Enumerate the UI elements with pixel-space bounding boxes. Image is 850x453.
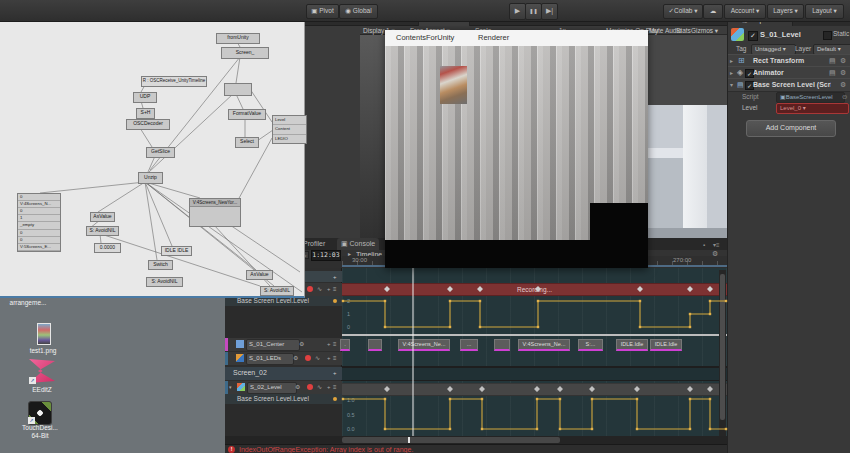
node[interactable]: Unzip (138, 172, 163, 184)
track-row-s02-level[interactable]: ▾ S_02_Level ⚙ ∿ + ≡ (225, 381, 342, 394)
timeline-clip[interactable]: IDLE.Idle (650, 339, 682, 351)
node-editor-window[interactable]: fromUnityScreen_FormatValueSelectLevelCo… (0, 22, 305, 298)
node[interactable] (224, 83, 252, 96)
node[interactable]: LevelContentLEDIO (272, 115, 307, 144)
script-object-field[interactable]: ▣BaseScreenLevel (776, 92, 845, 103)
curves-icon[interactable]: ∿ (317, 381, 322, 393)
play-button[interactable]: ▶ (509, 3, 526, 20)
component-base-screen-level[interactable]: ▾ ▤ ✓ Base Screen Level (Script ⚙ (728, 78, 850, 92)
stats-toggle[interactable]: Stats (676, 26, 691, 35)
add-icon[interactable]: + (327, 283, 331, 295)
cloud-button[interactable]: ☁ (703, 4, 723, 19)
node[interactable]: FormatValue (228, 109, 266, 120)
timeline-clip[interactable] (368, 339, 382, 351)
group-row-screen02[interactable]: Screen_02 + (225, 367, 342, 380)
timeline-clip[interactable]: S:... (578, 339, 603, 351)
node[interactable]: UDP (133, 92, 157, 103)
node[interactable]: S: AvoidNIL (260, 286, 294, 296)
static-label[interactable]: Static ▾ (833, 30, 850, 38)
collab-button[interactable]: ✓Collab ▾ (663, 4, 703, 19)
eeditz-label[interactable]: EEditZ (18, 386, 66, 394)
node[interactable]: R : OSCReceive_UnityTimeline (141, 76, 207, 87)
menu-contentsforunity[interactable]: ContentsForUnity (396, 33, 454, 42)
node[interactable]: Select (235, 137, 259, 148)
pause-button[interactable]: ❚❚ (525, 3, 542, 20)
object-picker-icon[interactable]: ⊙ (842, 92, 847, 102)
console-status-bar[interactable]: ! IndexOutOfRangeException: Array index … (225, 444, 727, 453)
arrangeme-label[interactable]: arrangeme... (0, 299, 56, 307)
step-button[interactable]: ▶| (541, 3, 558, 20)
node[interactable]: fromUnity (216, 33, 260, 44)
node[interactable]: AsValue (246, 270, 273, 280)
add-icon[interactable]: + (327, 338, 331, 350)
add-component-button[interactable]: Add Component (746, 120, 836, 137)
timeline-clip[interactable]: IDLE.Idle (616, 339, 648, 351)
layers-button[interactable]: Layers ▾ (767, 4, 804, 19)
gear-icon[interactable]: ⚙ (295, 381, 300, 393)
node[interactable]: 0.0000 (94, 243, 121, 253)
object-name-field[interactable]: S_01_Level (760, 29, 822, 40)
node[interactable]: OSCDecoder (126, 119, 170, 130)
foldout-icon[interactable]: ▾ (229, 381, 232, 393)
curves-icon[interactable]: ∿ (315, 352, 320, 364)
menu-icon[interactable]: ≡ (333, 283, 337, 295)
panel-menu-icon[interactable]: ▾≡ (713, 241, 720, 249)
node[interactable]: S: AvoidNIL (86, 226, 119, 236)
lock-icon[interactable]: ▪ (703, 241, 705, 249)
layout-button[interactable]: Layout ▾ (805, 4, 844, 19)
level-dropdown[interactable]: Level_0 ▾ (776, 103, 849, 114)
static-checkbox[interactable] (823, 31, 832, 40)
timeline-clip[interactable] (494, 339, 510, 351)
test1-png-icon[interactable] (37, 323, 51, 345)
active-checkbox[interactable]: ✓ (748, 31, 758, 41)
node[interactable]: S: AvoidNIL (146, 277, 183, 287)
timeline-clip[interactable]: V:4Screens_Ne... (398, 339, 450, 351)
add-track-icon[interactable]: + (333, 367, 337, 379)
tab-console[interactable]: ▣ Console (337, 238, 379, 250)
contents-window-titlebar[interactable]: ContentsForUnity Renderer (385, 30, 648, 47)
node[interactable]: V:4Screens_NewYor... (189, 198, 241, 227)
node[interactable]: AsValue (90, 212, 115, 222)
track-label[interactable]: S_01_Center (246, 339, 300, 351)
node[interactable]: 0V:4Screens_N...01_empty00V:5Screens_E..… (17, 193, 61, 252)
touchdesigner-label[interactable]: TouchDesi... (12, 424, 68, 432)
pivot-button[interactable]: ▣ Pivot (306, 4, 339, 19)
s02-keyframe-band[interactable] (342, 383, 727, 396)
track-label[interactable]: S_01_LEDs (246, 353, 294, 365)
timeline-clip[interactable]: ... (460, 339, 478, 351)
node[interactable]: Switch (148, 260, 173, 270)
menu-icon[interactable]: ≡ (333, 338, 337, 350)
property-row-s02[interactable]: Base Screen Level.Level (225, 394, 342, 404)
recording-track[interactable]: Recording... (342, 283, 727, 296)
global-button[interactable]: ◉ Global (339, 4, 378, 19)
track-row-s01-center[interactable]: S_01_Center ⚙ + ≡ (225, 338, 342, 351)
add-icon[interactable]: + (327, 352, 331, 364)
touchdesigner-label2[interactable]: 64-Bit (12, 432, 68, 440)
record-toggle[interactable] (305, 355, 311, 361)
timeline-clip[interactable]: V:4Screens_Ne... (518, 339, 570, 351)
test1-png-label[interactable]: test1.png (14, 347, 72, 355)
gear-icon[interactable]: ⚙ (293, 352, 298, 364)
gizmos-dropdown[interactable]: Gizmos ▾ (691, 26, 718, 35)
menu-icon[interactable]: ≡ (333, 352, 337, 364)
add-track-icon[interactable]: + (333, 271, 337, 283)
track-row-s01-leds[interactable]: S_01_LEDs ⚙ ∿ + ≡ (225, 352, 342, 365)
gear-icon[interactable]: ⚙ (840, 79, 846, 91)
time-display[interactable]: 1:12:03 (311, 250, 341, 261)
menu-renderer[interactable]: Renderer (478, 33, 509, 42)
timeline-clip[interactable]: . (340, 339, 350, 351)
foldout-icon[interactable]: ▾ (730, 79, 733, 91)
node[interactable]: Screen_ (221, 47, 269, 59)
record-toggle[interactable] (307, 286, 313, 292)
h-scrollbar-thumb[interactable] (342, 437, 560, 443)
v-scrollbar-thumb[interactable] (720, 274, 725, 420)
node[interactable]: IDLE IDLE (161, 246, 192, 256)
gear-icon[interactable]: ⚙ (299, 338, 304, 350)
node[interactable]: S+H (136, 108, 155, 119)
curves-icon[interactable]: ∿ (317, 283, 322, 295)
menu-icon[interactable]: ≡ (333, 381, 337, 393)
account-button[interactable]: Account ▾ (724, 4, 766, 19)
node[interactable]: GetSlice (146, 147, 175, 158)
track-label[interactable]: S_02_Level (247, 382, 297, 394)
add-icon[interactable]: + (327, 381, 331, 393)
